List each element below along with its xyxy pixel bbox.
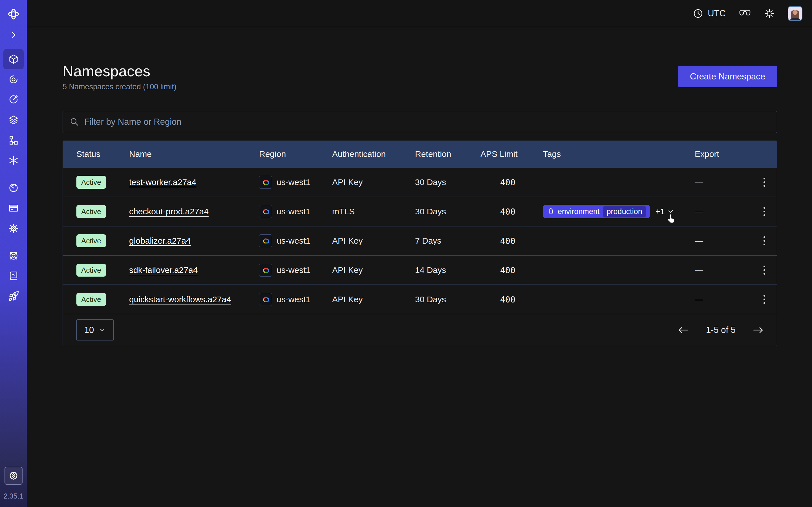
theme-toggle-button[interactable] [764, 8, 775, 19]
arrow-right-icon [752, 326, 764, 334]
region-label: us-west1 [276, 265, 310, 275]
page-size-value: 10 [84, 325, 94, 335]
version-label: 2.35.1 [4, 492, 23, 500]
topbar: UTC [27, 0, 812, 27]
status-badge: Active [77, 205, 106, 218]
region-label: us-west1 [276, 177, 310, 187]
row-menu-button[interactable] [758, 232, 771, 249]
aps-value: 400 [480, 177, 543, 187]
nav-namespaces[interactable] [3, 49, 24, 69]
nav-getting-started[interactable] [3, 286, 24, 306]
row-menu-button[interactable] [758, 291, 771, 308]
asterisk-icon [8, 155, 19, 166]
filter-input[interactable] [84, 117, 770, 127]
credits-button[interactable] [4, 467, 22, 485]
aps-value: 400 [480, 265, 543, 275]
table-footer: 10 1-5 of 5 [63, 314, 777, 346]
table-row: Active quickstart-workflows.a27a4 [63, 284, 777, 314]
arrow-left-icon [677, 326, 690, 334]
namespace-link[interactable]: quickstart-workflows.a27a4 [129, 295, 231, 304]
gauge-icon [8, 182, 19, 193]
col-tags: Tags [543, 149, 695, 159]
retention-value: 30 Days [415, 295, 480, 304]
swirl-icon [8, 74, 19, 85]
export-value: — [695, 295, 752, 304]
next-page-button[interactable] [752, 326, 764, 334]
col-name: Name [129, 149, 259, 159]
tags-more-button[interactable]: +1 [656, 207, 674, 216]
row-menu-button[interactable] [758, 174, 771, 191]
chevron-down-icon [99, 327, 106, 334]
branch-icon [8, 135, 19, 146]
page-title: Namespaces [63, 62, 176, 80]
namespace-link[interactable]: sdk-failover.a27a4 [129, 265, 198, 275]
namespace-link[interactable]: test-worker.a27a4 [129, 177, 196, 187]
nav-settings[interactable] [3, 218, 24, 238]
export-value: — [695, 177, 752, 187]
page-subtitle: 5 Namespaces created (100 limit) [63, 82, 176, 91]
retention-value: 30 Days [415, 207, 480, 216]
content: Namespaces 5 Namespaces created (100 lim… [27, 27, 812, 346]
status-badge: Active [77, 293, 106, 306]
auth-value: API Key [332, 295, 415, 304]
retention-value: 30 Days [415, 177, 480, 187]
nav-batch-operations[interactable] [3, 130, 24, 151]
col-authentication: Authentication [332, 149, 415, 159]
chevron-right-icon [9, 31, 18, 39]
col-retention: Retention [415, 149, 480, 159]
book-sparkles-icon [8, 270, 19, 282]
page-size-select[interactable]: 10 [77, 320, 114, 341]
lifebuoy-icon [8, 250, 19, 262]
app: 2.35.1 UTC [0, 0, 812, 507]
nav-billing[interactable] [3, 198, 24, 218]
gcloud-icon [259, 234, 272, 247]
labs-button[interactable] [739, 9, 751, 18]
table-row: Active test-worker.a27a4 [63, 167, 777, 196]
export-value: — [695, 236, 752, 245]
aps-value: 400 [480, 207, 543, 217]
create-namespace-button[interactable]: Create Namespace [678, 66, 777, 87]
table-row: Active checkout-prod.a27a4 [63, 196, 777, 226]
sidebar-expand-button[interactable] [7, 29, 20, 41]
nav-deployments[interactable] [3, 110, 24, 130]
export-value: — [695, 207, 752, 216]
timezone-label: UTC [708, 8, 726, 18]
tag-key: environment [558, 207, 600, 216]
temporal-logo-icon[interactable] [6, 7, 21, 21]
tag-value: production [603, 206, 646, 217]
region-label: us-west1 [276, 207, 310, 216]
prev-page-button[interactable] [677, 326, 690, 334]
retention-value: 7 Days [415, 236, 480, 245]
retention-value: 14 Days [415, 265, 480, 275]
nav-usage[interactable] [3, 178, 24, 198]
main: UTC [27, 0, 812, 507]
status-badge: Active [77, 176, 106, 189]
clock-icon [693, 8, 703, 18]
row-menu-button[interactable] [758, 203, 771, 220]
table-header: Status Name Region Authentication Retent… [63, 141, 777, 167]
sun-icon [764, 8, 775, 19]
col-region: Region [259, 149, 332, 159]
nav-docs[interactable] [3, 266, 24, 286]
region-label: us-west1 [276, 295, 310, 304]
glasses-icon [739, 9, 751, 18]
timezone-button[interactable]: UTC [693, 8, 726, 18]
gear-icon [8, 223, 19, 234]
nav-nexus[interactable] [3, 151, 24, 171]
nav-workflows[interactable] [3, 69, 24, 90]
row-menu-button[interactable] [758, 262, 771, 279]
gcloud-icon [259, 205, 272, 218]
gcloud-icon [259, 293, 272, 306]
namespace-link[interactable]: globalizer.a27a4 [129, 236, 191, 245]
gcloud-icon [259, 264, 272, 277]
auth-value: API Key [332, 236, 415, 245]
export-value: — [695, 265, 752, 275]
nav-schedules[interactable] [3, 90, 24, 110]
namespace-link[interactable]: checkout-prod.a27a4 [129, 207, 209, 216]
tag-chip[interactable]: environment production [543, 205, 650, 218]
avatar[interactable] [788, 6, 802, 21]
nav-support[interactable] [3, 245, 24, 266]
auth-value: API Key [332, 177, 415, 187]
status-badge: Active [77, 234, 106, 247]
col-status: Status [77, 149, 129, 159]
